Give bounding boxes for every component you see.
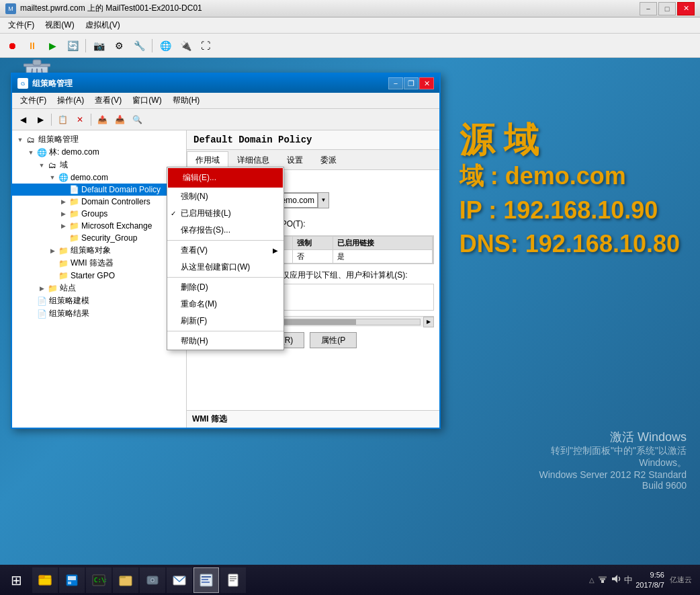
toolbar-play[interactable]: ▶ [43, 36, 62, 55]
gpm-title-text: 组策略管理 [32, 78, 388, 89]
tree-root[interactable]: ▼ 🗂 组策略管理 [12, 133, 186, 146]
gpm-menu-file[interactable]: 文件(F) [15, 93, 52, 108]
taskbar-item-servermanager[interactable] [59, 567, 85, 593]
ctx-check-icon: ✓ [171, 210, 176, 217]
tree-gp-results[interactable]: 📄 组策略结果 [12, 307, 186, 320]
gpm-import-btn[interactable]: 📥 [112, 112, 128, 128]
wmi-section-title: WMI 筛选 [192, 413, 434, 425]
tree-forest[interactable]: ▼ 🌐 林: demo.com [12, 146, 186, 159]
gpm-menu-view[interactable]: 查看(V) [89, 93, 127, 108]
tree-default-domain-policy[interactable]: 📄 Default Domain Policy [12, 184, 186, 196]
taskbar-item-notepad[interactable] [220, 567, 246, 593]
tree-sites[interactable]: ▶ 📁 站点 [12, 282, 186, 294]
toolbar-power-red[interactable]: ⏺ [3, 36, 21, 55]
gpm-delete-btn[interactable]: ✕ [72, 112, 88, 128]
gpm-menubar: 文件(F) 操作(A) 查看(V) 窗口(W) 帮助(H) [12, 93, 439, 109]
ctx-refresh-label: 刷新(F) [181, 315, 207, 327]
tray-network-icon[interactable] [597, 573, 608, 586]
tray-volume-icon[interactable] [611, 573, 621, 586]
scroll-right-arrow[interactable]: ▶ [423, 317, 434, 327]
toolbar-tools[interactable]: 🔧 [130, 36, 148, 55]
ctx-rename-label: 重命名(M) [181, 299, 217, 310]
tree-domain-controllers[interactable]: ▶ 📁 Domain Controllers [12, 196, 186, 208]
tree-wmi[interactable]: 📁 WMI 筛选器 [12, 257, 186, 270]
gpm-show-btn[interactable]: 📋 [54, 112, 71, 128]
tree-ms-exchange[interactable]: ▶ 📁 Microsoft Exchange [12, 220, 186, 232]
properties-button[interactable]: 属性(P [310, 332, 357, 348]
gpm-minimize-btn[interactable]: − [388, 77, 403, 89]
gpm-extra-btn1[interactable]: 🔍 [129, 112, 145, 128]
ctx-item-new-window[interactable]: 从这里创建窗口(W) [167, 259, 283, 276]
vm-menu-view[interactable]: 视图(W) [40, 18, 79, 32]
toolbar-settings[interactable]: ⚙ [110, 36, 128, 55]
tree-starter-gpo[interactable]: 📁 Starter GPO [12, 270, 186, 282]
gpm-toolbar-sep [51, 114, 52, 126]
taskbar-items: C:\>_ [30, 567, 584, 593]
taskbar-item-explorer[interactable] [32, 567, 58, 593]
ctx-save-report-label: 保存报告(S)... [181, 225, 230, 236]
vm-menu-file[interactable]: 文件(F) [3, 18, 40, 32]
toolbar-refresh[interactable]: 🔄 [63, 36, 82, 55]
ctx-item-enable-link[interactable]: ✓ 已启用链接(L) [167, 205, 283, 222]
vm-titlebar: M mailtest.pwrd.com 上的 MailTest001-Ex201… [0, 0, 700, 17]
vm-maximize-btn[interactable]: □ [658, 2, 676, 15]
gpm-menu-window[interactable]: 窗口(W) [127, 93, 167, 108]
ctx-sep2 [167, 277, 283, 278]
ctx-item-refresh[interactable]: 刷新(F) [167, 313, 283, 329]
link-combo-arrow[interactable]: ▼ [318, 193, 329, 208]
toolbar-pause[interactable]: ⏸ [23, 36, 42, 55]
taskbar-item-storage[interactable] [140, 567, 165, 593]
gpm-menu-action[interactable]: 操作(A) [52, 93, 89, 108]
start-button[interactable]: ⊞ [3, 567, 30, 593]
gpm-menu-help[interactable]: 帮助(H) [167, 93, 206, 108]
ctx-item-enforce[interactable]: 强制(N) [167, 188, 283, 205]
gpm-tree-panel[interactable]: ▼ 🗂 组策略管理 ▼ 🌐 林: demo.com ▼ 🗂 域 ▼ 🌐 [12, 130, 187, 428]
gpm-title-icon: G [17, 78, 28, 89]
ctx-item-view[interactable]: 查看(V) ▶ [167, 242, 283, 259]
tree-groups[interactable]: ▶ 📁 Groups [12, 208, 186, 220]
tray-show-hidden[interactable]: △ [589, 576, 595, 584]
toolbar-fullscreen[interactable]: ⛶ [196, 36, 215, 55]
svg-rect-10 [68, 576, 76, 580]
taskbar-time[interactable]: 9:56 2017/8/7 [636, 570, 664, 590]
toolbar-sep1 [85, 39, 86, 52]
watermark-line2: 转到"控制面板"中的"系统"以激活 [539, 445, 687, 457]
ctx-item-save-report[interactable]: 保存报告(S)... [167, 222, 283, 239]
info-overlay: 源 域 域 : demo.com IP : 192.168.10.90 DNS:… [460, 121, 680, 261]
vm-close-btn[interactable]: ✕ [677, 2, 695, 15]
gpm-forward-btn[interactable]: ▶ [32, 112, 48, 128]
ctx-item-delete[interactable]: 删除(D) [167, 279, 283, 296]
taskbar-item-gpm[interactable] [193, 567, 219, 593]
watermark-line4: Windows Server 2012 R2 Standard [539, 469, 687, 480]
tray-ime[interactable]: 中 [624, 574, 633, 586]
gpm-toolbar-sep2 [91, 114, 91, 126]
tree-gp-modeling[interactable]: 📄 组策略建模 [12, 294, 186, 307]
toolbar-network[interactable]: 🌐 [156, 36, 175, 55]
ctx-item-edit[interactable]: 编辑(E)... [168, 168, 283, 188]
gpm-close-btn[interactable]: ✕ [419, 77, 434, 89]
vm-minimize-btn[interactable]: − [640, 2, 657, 15]
svg-rect-15 [120, 576, 126, 578]
gpm-restore-btn[interactable]: ❐ [404, 77, 419, 89]
vm-menu-vm[interactable]: 虚拟机(V) [80, 18, 126, 32]
gpm-tab-delegation[interactable]: 委派 [312, 151, 345, 169]
ctx-item-rename[interactable]: 重命名(M) [167, 296, 283, 313]
taskbar-item-mail[interactable] [167, 567, 192, 593]
toolbar-usb[interactable]: 🔌 [176, 36, 195, 55]
gpm-export-btn[interactable]: 📤 [94, 112, 110, 128]
tree-security-group[interactable]: 📁 Security_Group [12, 232, 186, 244]
ctx-item-help[interactable]: 帮助(H) [167, 333, 283, 350]
taskbar-item-terminal[interactable]: C:\>_ [86, 567, 112, 593]
vm-controls: − □ ✕ [640, 2, 695, 15]
taskbar: ⊞ C:\>_ [0, 565, 700, 595]
tree-demo-com[interactable]: ▼ 🌐 demo.com [12, 171, 186, 184]
tree-domains[interactable]: ▼ 🗂 域 [12, 159, 186, 171]
taskbar-item-files[interactable] [113, 567, 138, 593]
ctx-help-label: 帮助(H) [181, 335, 208, 347]
toolbar-screenshot[interactable]: 📷 [89, 36, 108, 55]
gpm-back-btn[interactable]: ◀ [15, 112, 31, 128]
ip-label: IP [460, 196, 482, 224]
svg-rect-28 [601, 580, 604, 583]
tree-gpo[interactable]: ▶ 📁 组策略对象 [12, 244, 186, 257]
watermark-line1: 激活 Windows [539, 429, 687, 445]
